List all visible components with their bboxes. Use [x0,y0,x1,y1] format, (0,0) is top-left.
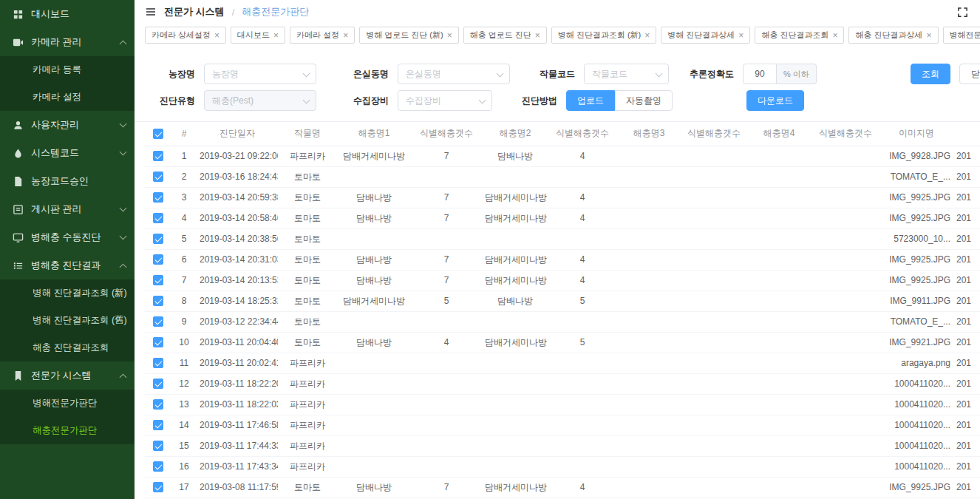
row-checkbox[interactable] [153,234,163,244]
sidebar-item-expert-system[interactable]: 전문가 시스템 [0,361,135,390]
tab[interactable]: 해충 진단결과상세 × [848,27,938,44]
table-row[interactable]: 1 2019-03-21 09:22:00 파프리카 담배거세미나방 7 담배나… [145,146,980,166]
sidebar-item-farm-code-approval[interactable]: 농장코드승인 [0,167,135,195]
table-row[interactable]: 11 2019-03-11 20:02:41 파프리카 aragaya.pn [145,353,980,373]
sidebar-item-manual-diagnosis[interactable]: 병해충 수동진단 [0,223,135,251]
row-checkbox[interactable] [153,254,163,265]
tab-close-icon[interactable]: × [644,31,650,40]
tab-close-icon[interactable]: × [273,31,279,40]
diagnosis-type-select[interactable]: 해충(Pest) [204,90,316,111]
tab[interactable]: 대시보드 × [231,27,285,44]
sidebar-item-dashboard[interactable]: 대시보드 [0,0,135,28]
sidebar-item-disease-results-new[interactable]: 병해 진단결과조회 (新) [0,279,135,307]
sidebar-item-pest-results[interactable]: 해충 진단결과조회 [0,334,135,361]
table-row[interactable]: 16 2019-03-11 17:43:34 파프리카 1000411020 [145,456,980,477]
pest4-name [746,311,811,332]
pest2-name [482,311,548,332]
crop-code-label: 작물코드 [525,68,584,81]
pest4-count [811,311,879,332]
tab[interactable]: 병해 업로드 진단 (新) × [359,27,459,44]
table-row[interactable]: 9 2019-03-12 22:34:44 토마토 TOMATO_E_... [145,311,980,332]
sidebar-item-system-code[interactable]: 시스템코드 [0,139,135,167]
sidebar-item-diagnosis-results[interactable]: 병해충 진단결과 [0,251,135,279]
sidebar-item-user-management[interactable]: 사용자관리 [0,111,135,139]
tab-close-icon[interactable]: × [447,31,452,40]
row-checkbox[interactable] [153,482,163,492]
close-button[interactable]: 닫기 [959,64,980,84]
greenhouse-select[interactable]: 온실동명 [398,64,510,84]
sidebar-item-board-management[interactable]: 게시판 관리 [0,195,135,223]
table-row[interactable]: 2 2019-03-16 18:24:43 토마토 TOMATO_E_... [145,166,980,187]
row-checkbox[interactable] [153,399,163,410]
row-checkbox[interactable] [153,151,163,161]
tab[interactable]: 카메라 상세설정 × [145,27,226,44]
pest1-count [411,456,482,477]
accuracy-input[interactable] [743,64,777,84]
pest3-name [616,146,681,166]
table-row[interactable]: 13 2019-03-11 18:22:03 파프리카 1000411020 [145,394,980,415]
pest3-name [616,456,681,477]
row-checkbox[interactable] [153,379,163,389]
tab-close-icon[interactable]: × [535,31,540,40]
sidebar-item-camera-settings[interactable]: 카메라 설정 [0,84,135,111]
row-checkbox[interactable] [153,461,163,472]
hamburger-menu-icon[interactable] [145,6,157,18]
table-row[interactable]: 10 2019-03-11 20:04:40 토마토 담배나방 4 담배거세미나… [145,332,980,353]
row-checkbox[interactable] [153,337,163,347]
crop-name: 파프리카 [278,373,337,394]
tab[interactable]: 병해전문가판단 × [943,27,980,44]
table-row[interactable]: 17 2019-03-08 11:17:59 토마토 담배나방 7 담배거세미나… [145,477,980,498]
select-all-checkbox[interactable] [153,129,163,139]
row-checkbox[interactable] [153,296,163,306]
tab-close-icon[interactable]: × [214,31,220,40]
table-row[interactable]: 7 2019-03-14 20:13:53 토마토 담배나방 7 담배거세미나방… [145,270,980,291]
row-checkbox[interactable] [153,275,163,285]
table-row[interactable]: 5 2019-03-14 20:38:56 토마토 5723000_10.. [145,228,980,249]
pest4-count [811,435,879,456]
tab-close-icon[interactable]: × [738,31,743,40]
tab[interactable]: 해충 진단결과조회 × [755,27,844,44]
row-checkbox[interactable] [153,316,163,327]
tab[interactable]: 병해 진단결과조회 (新) × [551,27,656,44]
table-row[interactable]: 4 2019-03-14 20:58:46 토마토 담배나방 7 담배거세미나방… [145,208,980,228]
tab[interactable]: 해충 업로드 진단 × [463,27,547,44]
table-row[interactable]: 12 2019-03-11 18:22:20 파프리카 1000411020 [145,373,980,394]
tab[interactable]: 카메라 설정 × [290,27,355,44]
tab[interactable]: 병해 진단결과상세 × [661,27,750,44]
table-row[interactable]: 14 2019-03-11 17:46:58 파프리카 1000411020 [145,415,980,435]
dashboard-icon [12,8,24,20]
search-button[interactable]: 조회 [911,64,950,84]
sidebar-item-disease-results-old[interactable]: 병해 진단결과조회 (舊) [0,307,135,334]
method-autoshoot-button[interactable]: 자동촬영 [615,90,673,111]
row-checkbox[interactable] [153,213,163,223]
tab-close-icon[interactable]: × [927,31,932,40]
method-upload-button[interactable]: 업로드 [566,90,615,111]
row-index: 5 [171,228,197,249]
row-checkbox[interactable] [153,172,163,182]
sidebar-item-disease-expert-judgment[interactable]: 병해전문가판단 [0,390,135,417]
table-row[interactable]: 8 2019-03-14 18:25:32 토마토 담배거세미나방 5 담배나방… [145,291,980,311]
sidebar-item-pest-expert-judgment[interactable]: 해충전문가판단 [0,417,135,444]
sidebar-item-camera-register[interactable]: 카메라 등록 [0,56,135,84]
row-checkbox[interactable] [153,358,163,368]
device-select[interactable]: 수집장비 [398,90,492,111]
registered-date: 201 [953,291,980,311]
table-row[interactable]: 3 2019-03-14 20:59:38 토마토 담배나방 7 담배거세미나방… [145,187,980,208]
sidebar-item-camera-management[interactable]: 카메라 관리 [0,28,135,56]
crop-code-select[interactable]: 작물코드 [584,64,669,84]
farm-name-select[interactable]: 농장명 [204,64,316,84]
tab-close-icon[interactable]: × [832,31,837,40]
pest2-count: 4 [548,249,616,270]
row-checkbox[interactable] [153,441,163,451]
download-button[interactable]: 다운로드 [746,90,804,111]
row-checkbox[interactable] [153,192,163,203]
table-row[interactable]: 15 2019-03-11 17:44:33 파프리카 1000411020 [145,435,980,456]
row-checkbox[interactable] [153,420,163,430]
row-index: 2 [171,166,197,187]
tab-close-icon[interactable]: × [343,31,348,40]
table-row[interactable]: 6 2019-03-14 20:31:03 토마토 담배나방 7 담배거세미나방… [145,249,980,270]
crop-name: 파프리카 [278,146,337,166]
pest1-name [337,394,411,415]
pest3-count [681,456,746,477]
fullscreen-icon[interactable] [957,7,968,18]
